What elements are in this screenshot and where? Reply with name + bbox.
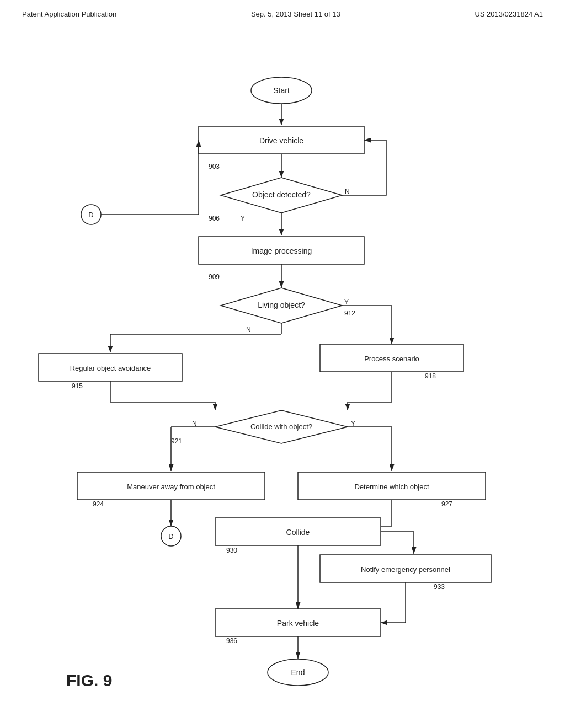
label-921: 921 bbox=[171, 437, 182, 445]
label-N2: N bbox=[246, 326, 251, 334]
collide-label: Collide bbox=[286, 528, 310, 537]
process-scenario-label: Process scenario bbox=[364, 355, 419, 363]
label-Y3: Y bbox=[351, 420, 355, 427]
label-Y2: Y bbox=[344, 298, 349, 306]
regular-object-avoidance-label: Regular object avoidance bbox=[70, 364, 151, 372]
determine-which-label: Determine which object bbox=[354, 483, 429, 491]
label-924: 924 bbox=[93, 500, 104, 508]
flowchart-svg: Start Drive vehicle 903 Object detected?… bbox=[0, 24, 565, 719]
diagram-area: Start Drive vehicle 903 Object detected?… bbox=[0, 24, 565, 719]
D2-label: D bbox=[168, 532, 173, 540]
label-930: 930 bbox=[226, 547, 237, 554]
label-933: 933 bbox=[434, 583, 445, 591]
header-right: US 2013/0231824 A1 bbox=[475, 10, 543, 18]
header-center: Sep. 5, 2013 Sheet 11 of 13 bbox=[251, 10, 340, 18]
drive-vehicle-label: Drive vehicle bbox=[259, 136, 303, 145]
page-header: Patent Application Publication Sep. 5, 2… bbox=[0, 0, 565, 24]
object-detected-label: Object detected? bbox=[252, 190, 311, 199]
end-label: End bbox=[291, 668, 305, 677]
park-vehicle-label: Park vehicle bbox=[277, 619, 319, 628]
collide-with-object-label: Collide with object? bbox=[250, 422, 312, 431]
label-N1: N bbox=[345, 188, 350, 196]
label-906: 906 bbox=[209, 215, 220, 222]
notify-emergency-label: Notify emergency personnel bbox=[361, 565, 450, 574]
maneuver-away-label: Maneuver away from object bbox=[127, 483, 215, 491]
label-909: 909 bbox=[209, 273, 220, 281]
label-903: 903 bbox=[209, 163, 220, 170]
label-936: 936 bbox=[226, 637, 237, 645]
label-912: 912 bbox=[344, 309, 355, 317]
label-Y1: Y bbox=[241, 215, 245, 222]
header-left: Patent Application Publication bbox=[22, 10, 116, 18]
label-915: 915 bbox=[72, 382, 83, 390]
image-processing-label: Image processing bbox=[251, 247, 312, 255]
living-object-label: Living object? bbox=[258, 301, 305, 309]
figure-label: FIG. 9 bbox=[66, 671, 112, 689]
label-918: 918 bbox=[425, 372, 436, 380]
label-927: 927 bbox=[441, 500, 452, 508]
start-label: Start bbox=[273, 86, 290, 95]
D1-label: D bbox=[88, 211, 93, 219]
label-N3: N bbox=[192, 420, 197, 427]
